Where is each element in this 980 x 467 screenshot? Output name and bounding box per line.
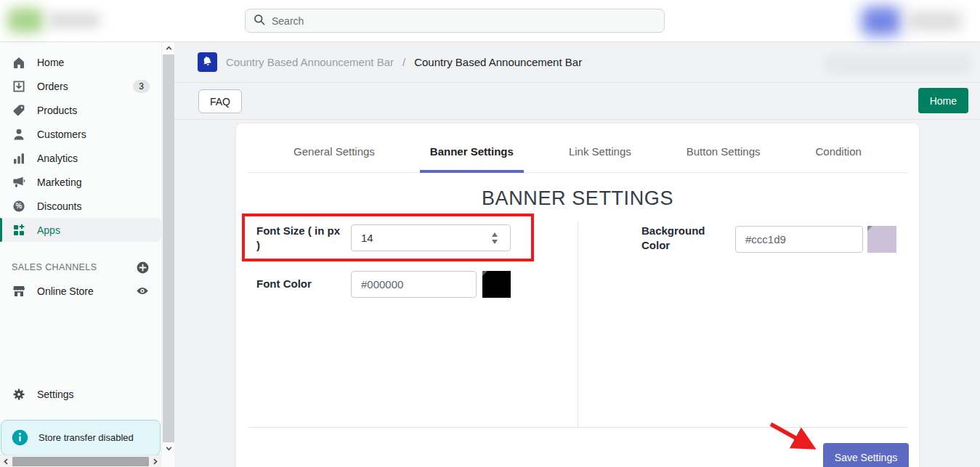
add-channel-icon[interactable]: [135, 260, 150, 275]
column-divider: [578, 222, 578, 427]
tab-link-settings[interactable]: Link Settings: [559, 145, 641, 172]
breadcrumb-app-link[interactable]: Country Based Announcement Bar: [226, 56, 394, 68]
tab-condition[interactable]: Condition: [806, 145, 872, 172]
sidebar-item-orders[interactable]: Orders 3: [0, 74, 161, 98]
sidebar-item-label: Online Store: [37, 285, 94, 297]
sidebar-item-label: Orders: [37, 81, 68, 92]
tab-button-settings[interactable]: Button Settings: [676, 145, 771, 172]
top-bar: [0, 0, 980, 42]
sidebar-item-settings[interactable]: Settings: [0, 382, 161, 406]
background-color-label: Background Color: [641, 224, 723, 253]
page-title: BANNER SETTINGS: [236, 187, 919, 210]
sidebar-item-label: Apps: [37, 224, 60, 236]
settings-card: General Settings Banner Settings Link Se…: [236, 123, 919, 467]
scrollbar-corner: [161, 455, 174, 467]
logo-text-blob: [48, 13, 100, 28]
sidebar: Home Orders 3 Products Customers Analyti…: [0, 42, 161, 467]
breadcrumb: Country Based Announcement Bar / Country…: [174, 42, 980, 83]
tab-banner-settings[interactable]: Banner Settings: [420, 145, 524, 172]
breadcrumb-separator: /: [402, 56, 405, 68]
sales-channels-header: SALES CHANNELS: [0, 260, 161, 275]
scroll-right-icon[interactable]: [149, 455, 161, 467]
sidebar-item-discounts[interactable]: % Discounts: [0, 194, 161, 218]
sidebar-item-label: Products: [37, 105, 77, 116]
font-size-label: Font Size ( in px ): [256, 224, 344, 253]
shopify-admin-window: Home Orders 3 Products Customers Analyti…: [0, 0, 980, 467]
logo-blob: [7, 8, 44, 33]
sidebar-horizontal-scrollbar[interactable]: [0, 455, 174, 467]
search-input[interactable]: [272, 15, 657, 27]
sidebar-item-label: Analytics: [37, 153, 78, 164]
orders-count-badge: 3: [133, 80, 150, 93]
scroll-left-icon[interactable]: [0, 455, 12, 467]
home-button[interactable]: Home: [918, 88, 968, 113]
breadcrumb-current-page: Country Based Announcement Bar: [414, 56, 582, 68]
global-search[interactable]: [245, 9, 665, 33]
background-color-swatch[interactable]: [867, 226, 896, 253]
store-transfer-notice: Store transfer disabled: [1, 420, 161, 455]
apps-icon: [12, 223, 26, 237]
sidebar-item-label: Marketing: [37, 176, 81, 188]
font-color-label: Font Color: [256, 277, 344, 291]
sales-channels-label: SALES CHANNELS: [12, 262, 97, 272]
font-size-input[interactable]: [351, 224, 511, 251]
stepper-down-icon[interactable]: [492, 240, 498, 244]
sidebar-item-online-store[interactable]: Online Store: [0, 279, 161, 303]
sidebar-nav: Home Orders 3 Products Customers Analyti…: [0, 42, 161, 242]
faq-button[interactable]: FAQ: [198, 89, 242, 113]
footer-divider: [248, 427, 907, 428]
sidebar-item-customers[interactable]: Customers: [0, 122, 161, 146]
font-color-input[interactable]: [351, 271, 477, 298]
sidebar-item-label: Customers: [37, 129, 86, 140]
save-settings-button[interactable]: Save Settings: [823, 443, 909, 467]
sidebar-vertical-scrollbar[interactable]: [161, 42, 174, 455]
svg-text:%: %: [16, 202, 23, 210]
tab-general-settings[interactable]: General Settings: [283, 145, 385, 172]
marketing-icon: [12, 175, 26, 190]
scroll-down-icon[interactable]: [162, 442, 175, 455]
account-name-blob: [907, 12, 962, 30]
background-color-input[interactable]: [735, 226, 863, 253]
analytics-icon: [12, 151, 26, 166]
vertical-scroll-thumb[interactable]: [163, 54, 174, 442]
sidebar-item-analytics[interactable]: Analytics: [0, 146, 161, 170]
sidebar-item-apps[interactable]: Apps: [0, 218, 161, 242]
sidebar-item-label: Home: [37, 57, 64, 68]
sidebar-item-label: Discounts: [37, 200, 81, 212]
stepper-up-icon[interactable]: [492, 232, 498, 237]
page-actions-row: FAQ Home: [174, 83, 980, 120]
products-icon: [12, 103, 26, 118]
account-menu-redacted[interactable]: [862, 4, 968, 37]
search-icon: [253, 13, 266, 29]
font-color-swatch[interactable]: [482, 271, 511, 298]
customers-icon: [12, 127, 26, 142]
view-icon[interactable]: [135, 284, 150, 299]
sidebar-item-products[interactable]: Products: [0, 98, 161, 122]
info-icon: [12, 429, 28, 446]
sidebar-item-home[interactable]: Home: [0, 50, 161, 74]
settings-icon: [12, 387, 26, 402]
sidebar-item-marketing[interactable]: Marketing: [0, 170, 161, 194]
app-bell-icon: [198, 52, 217, 72]
horizontal-scroll-thumb[interactable]: [12, 457, 149, 466]
discounts-icon: %: [12, 199, 26, 214]
main-content: Country Based Announcement Bar / Country…: [174, 42, 980, 467]
notice-text: Store transfer disabled: [39, 432, 134, 443]
font-size-stepper[interactable]: [492, 232, 498, 244]
avatar: [862, 7, 901, 36]
online-store-icon: [12, 284, 26, 299]
redacted-chip: [825, 54, 972, 75]
scroll-up-icon[interactable]: [162, 42, 175, 54]
orders-icon: [12, 79, 26, 94]
home-icon: [12, 55, 26, 70]
settings-tabs: General Settings Banner Settings Link Se…: [248, 123, 907, 173]
store-logo-redacted[interactable]: [7, 6, 109, 35]
sidebar-item-label: Settings: [37, 389, 74, 400]
